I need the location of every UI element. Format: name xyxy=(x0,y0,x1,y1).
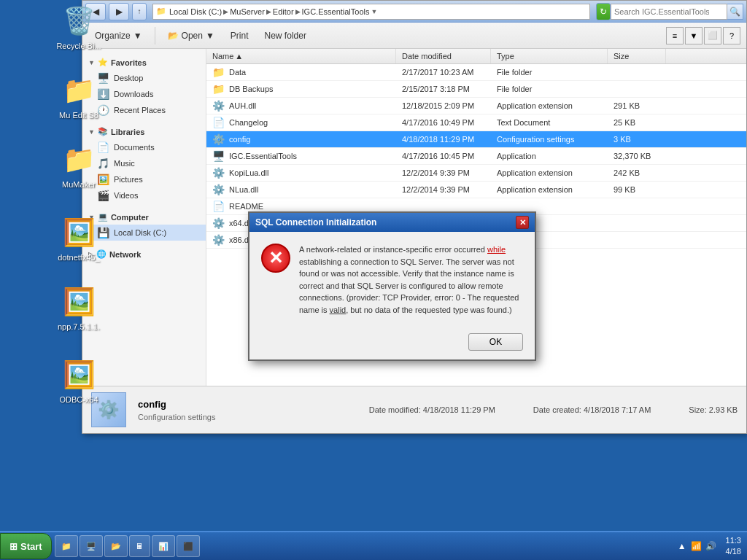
dialog-footer: OK xyxy=(249,327,535,359)
dialog-title-bar: SQL Connection Initialization ✕ xyxy=(249,213,535,232)
dialog-message: A network-related or instance-specific e… xyxy=(299,244,523,316)
error-icon: ✕ xyxy=(261,244,290,273)
dialog-close-button[interactable]: ✕ xyxy=(516,216,529,229)
error-underline-valid: valid xyxy=(330,306,347,314)
dialog-title: SQL Connection Initialization xyxy=(255,217,376,228)
error-underline-while: while xyxy=(487,245,506,254)
ok-button[interactable]: OK xyxy=(468,333,523,351)
dialog-overlay: SQL Connection Initialization ✕ ✕ A netw… xyxy=(0,0,747,560)
dialog-body: ✕ A network-related or instance-specific… xyxy=(249,232,535,327)
sql-error-dialog: SQL Connection Initialization ✕ ✕ A netw… xyxy=(248,211,536,361)
